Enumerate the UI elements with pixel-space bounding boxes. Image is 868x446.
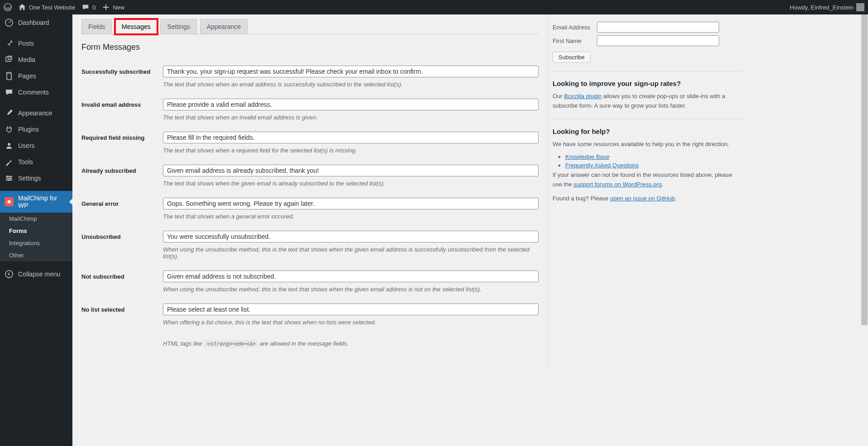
label-required-missing: Required field missing [81,126,163,159]
label-general-error: General error [81,192,163,225]
brush-icon [5,109,14,118]
input-subscribed[interactable] [163,66,539,77]
signup-firstname-label: First Name [553,38,597,44]
input-general-error[interactable] [163,198,539,209]
subscribe-button[interactable]: Subscribe [553,52,591,63]
menu-label: Settings [18,175,41,182]
label-unsubscribed: Unsubscribed [81,225,163,265]
input-invalid-email[interactable] [163,99,539,110]
desc-unsubscribed: When using the unsubscribe method, this … [163,246,539,260]
menu-label: Appearance [18,109,52,117]
menu-users[interactable]: Users [0,138,72,154]
support-forums-link[interactable]: support forums on WordPress.org [573,181,662,188]
submenu-other[interactable]: Other [0,249,72,261]
comment-count: 0 [92,4,95,11]
submenu-integrations[interactable]: Integrations [0,237,72,249]
label-not-subscribed: Not subscribed [81,265,163,298]
menu-label: MailChimp for WP [18,195,68,209]
submenu: MailChimp Forms Integrations Other [0,213,72,261]
menu-plugins[interactable]: Plugins [0,121,72,138]
faq-link[interactable]: Frequently Asked Questions [565,162,639,169]
scrollbar-vertical[interactable] [861,14,868,446]
menu-media[interactable]: Media [0,52,72,68]
users-icon [5,141,14,150]
tab-messages[interactable]: Messages [115,19,157,34]
new-label: New [113,4,124,11]
new-content-link[interactable]: New [102,3,124,11]
scrollbar-thumb[interactable] [861,14,868,325]
pages-icon [5,71,14,81]
label-invalid-email: Invalid email address [81,93,163,126]
svg-point-8 [8,179,10,181]
menu-label: Media [18,56,35,63]
tab-bar: Fields Messages Settings Appearance [81,19,539,34]
github-issue-link[interactable]: open an issue on GitHub [610,195,675,202]
tab-settings[interactable]: Settings [160,19,197,34]
pin-icon [5,39,14,48]
submenu-label: Forms [9,228,27,234]
help-heading: Looking for help? [553,128,742,135]
boxzilla-link[interactable]: Boxzilla plugin [564,93,601,100]
rates-text: Our Boxzilla plugin allows you to create… [553,92,742,111]
menu-label: Dashboard [18,19,49,26]
desc-general-error: The text that shows when a general error… [163,213,539,220]
label-no-list: No list selected [81,298,163,331]
howdy-text: Howdy, Einfred_Einstein [790,4,854,11]
comments-link[interactable]: 0 [81,3,95,11]
signup-email-input[interactable] [597,22,719,33]
menu-settings[interactable]: Settings [0,170,72,186]
signup-email-label: Email Address [553,24,597,31]
svg-point-9 [7,200,10,203]
input-no-list[interactable] [163,304,539,315]
desc-invalid-email: The text that shows when an invalid emai… [163,114,539,121]
admin-menu: Dashboard Posts Media Pages Comments App… [0,14,72,446]
desc-not-subscribed: When using the unsubscribe method, this … [163,286,539,293]
desc-subscribed: The text that shows when an email addres… [163,81,539,88]
label-subscribed: Successfully subscribed [81,60,163,93]
plus-icon [102,3,110,11]
input-not-subscribed[interactable] [163,270,539,282]
admin-bar: One Test Website 0 New Howdy, Einfred_Ei… [0,0,868,14]
menu-mc4wp[interactable]: MailChimp for WP [0,191,72,213]
media-icon [5,55,14,64]
menu-label: Comments [18,89,49,96]
menu-pages[interactable]: Pages [0,68,72,84]
mailchimp-icon [5,197,14,206]
signup-firstname-input[interactable] [597,35,719,46]
menu-label: Users [18,142,35,149]
label-already-subscribed: Already subscribed [81,159,163,192]
comment-icon [81,3,90,11]
collapse-menu[interactable]: Collapse menu [0,266,72,282]
submenu-mailchimp[interactable]: MailChimp [0,213,72,225]
input-already-subscribed[interactable] [163,165,539,176]
my-account-link[interactable]: Howdy, Einfred_Einstein [790,3,864,11]
menu-dashboard[interactable]: Dashboard [0,14,72,31]
svg-point-6 [7,176,9,177]
svg-point-7 [10,177,11,179]
site-name-link[interactable]: One Test Website [18,3,75,11]
submenu-forms[interactable]: Forms [0,225,72,237]
input-unsubscribed[interactable] [163,231,539,242]
help-bug: Found a bug? Please open an issue on Git… [553,194,742,204]
svg-point-2 [8,143,10,146]
dashboard-icon [5,18,14,27]
kb-link[interactable]: Knowledge Base [565,153,610,160]
menu-label: Tools [18,158,33,166]
site-name-text: One Test Website [29,4,75,11]
menu-label: Plugins [18,126,39,133]
menu-posts[interactable]: Posts [0,35,72,52]
allowed-tags-code: <strong><em><a> [204,340,258,348]
settings-icon [5,174,14,183]
tab-appearance[interactable]: Appearance [200,19,248,34]
desc-required-missing: The text that shows when a required fiel… [163,147,539,154]
menu-comments[interactable]: Comments [0,84,72,100]
section-heading: Form Messages [81,43,539,52]
menu-tools[interactable]: Tools [0,154,72,170]
wp-logo-link[interactable] [4,3,12,11]
rates-heading: Looking to improve your sign-up rates? [553,80,742,87]
menu-label: Posts [18,40,34,47]
tab-fields[interactable]: Fields [81,19,112,34]
help-intro: We have some resources available to help… [553,140,742,149]
menu-appearance[interactable]: Appearance [0,105,72,121]
input-required-missing[interactable] [163,132,539,143]
